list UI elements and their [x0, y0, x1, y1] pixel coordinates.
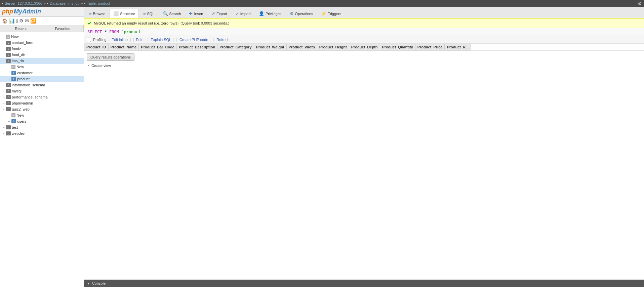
sidebar: phpMyAdmin 🏠 📊 ℹ ⚙ ✉ 🔁 Recent Favorites … [0, 7, 84, 287]
edit-link[interactable]: Edit [136, 38, 142, 42]
tree-label: contact_form [12, 41, 33, 45]
tree-label: New [11, 35, 18, 39]
db-icon: ▪ [47, 1, 48, 5]
settings-icon[interactable]: ⚙ [19, 18, 24, 24]
db-icon-test: d [6, 125, 11, 129]
tree-item-information_schema[interactable]: − d information_schema [0, 82, 84, 88]
tree-item-food_db[interactable]: − d food_db [0, 52, 84, 58]
server-link[interactable]: Server: 127.0.0.1:3366 [5, 1, 42, 5]
tree-item-foodz[interactable]: − d foodz [0, 46, 84, 52]
tab-bar: ≡ Browse ⬜ Structure ≡ SQL 🔍 Search ✚ In… [84, 7, 644, 18]
table-link[interactable]: Table: product [87, 1, 110, 5]
tree-item-new-ims[interactable]: N New [0, 64, 84, 70]
db-icon-q2w: d [6, 107, 11, 111]
refresh-icon[interactable]: 🔁 [30, 18, 36, 24]
expander: − [1, 59, 6, 63]
message-text: MySQL returned an empty result set (i.e.… [94, 21, 229, 25]
explain-sql-link[interactable]: Explain SQL [151, 38, 171, 42]
results-table-wrapper: Product_ID Product_Name Product_Bar_Code… [84, 44, 644, 280]
col-product-id: Product_ID [84, 44, 109, 50]
recent-tab[interactable]: Recent [0, 25, 42, 32]
tab-triggers[interactable]: ⚡ Triggers [317, 9, 345, 18]
tree-label: test [12, 125, 18, 129]
tree-item-webdev[interactable]: − d webdev [0, 130, 84, 136]
gear-icon[interactable]: ⚙ [638, 1, 642, 6]
results-table: Product_ID Product_Name Product_Bar_Code… [84, 44, 471, 50]
table-icon: ▪ [84, 1, 86, 5]
db-icon-is: d [6, 83, 11, 87]
tree-item-ims_db[interactable]: − d ims_db [0, 58, 84, 64]
sidebar-tree: N New − d contact_form − d foodz − d foo… [0, 32, 84, 287]
expander: + [7, 120, 11, 123]
col-product-barcode: Product_Bar_Code [139, 44, 177, 50]
db-icon2[interactable]: 📊 [9, 18, 15, 24]
browse-icon: ≡ [89, 11, 92, 16]
mail-icon[interactable]: ✉ [25, 18, 29, 24]
triggers-icon: ⚡ [321, 11, 326, 16]
query-results-operations-button[interactable]: Query results operations [87, 53, 134, 61]
tree-item-phpmyadmin[interactable]: − d phpmyadmin [0, 100, 84, 106]
tree-item-users[interactable]: + t users [0, 118, 84, 124]
info-icon[interactable]: ℹ [16, 18, 18, 24]
sidebar-tabs: Recent Favorites [0, 25, 84, 32]
edit-inline-link[interactable]: Edit inline [112, 38, 128, 42]
sql-select: SELECT [87, 30, 102, 34]
sql-table: `product` [121, 30, 143, 34]
tab-sql[interactable]: ≡ SQL [139, 9, 158, 18]
tree-label: webdev [12, 131, 25, 135]
tree-item-quiz2_web[interactable]: − d quiz2_web [0, 106, 84, 112]
tab-import[interactable]: ↙ Import [232, 9, 254, 18]
import-icon: ↙ [235, 11, 239, 16]
refresh-link[interactable]: Refresh [216, 38, 230, 42]
tab-import-label: Import [240, 12, 251, 16]
sql-star: * [105, 30, 109, 34]
db-icon-ps: d [6, 95, 11, 99]
home-icon[interactable]: 🏠 [2, 18, 8, 24]
tree-item-product[interactable]: + t product [0, 76, 84, 82]
tree-label: performance_schema [12, 95, 47, 99]
favorites-tab[interactable]: Favorites [42, 25, 84, 32]
create-php-link[interactable]: Create PHP code [179, 38, 208, 42]
table-icon-users: t [11, 119, 16, 123]
tree-item-new-top[interactable]: N New [0, 34, 84, 40]
sql-from: FROM [109, 30, 119, 34]
db-icon-webdev: d [6, 131, 11, 135]
tree-item-new-q2w[interactable]: N New [0, 112, 84, 118]
tab-operations[interactable]: ⚙ Operations [286, 9, 317, 18]
tree-label: information_schema [12, 83, 45, 87]
db-icon-mysql: d [6, 89, 11, 93]
tab-browse[interactable]: ≡ Browse [85, 9, 109, 18]
tree-label: ims_db [12, 59, 24, 63]
logo-php: php [2, 8, 13, 15]
tab-search[interactable]: 🔍 Search [159, 9, 185, 18]
create-view-link[interactable]: Create view [91, 64, 111, 68]
sidebar-header: phpMyAdmin [0, 7, 84, 17]
tab-privileges[interactable]: 👤 Privileges [255, 9, 285, 18]
tab-structure[interactable]: ⬜ Structure [110, 9, 139, 18]
console-bar[interactable]: ▼ Console [84, 280, 644, 287]
search-icon: 🔍 [163, 11, 168, 16]
sql-icon: ≡ [143, 11, 146, 16]
top-bar: ▪ Server: 127.0.0.1:3366 » ▪ Database: i… [0, 0, 644, 7]
tree-item-test[interactable]: − d test [0, 124, 84, 130]
database-link[interactable]: Database: ims_db [50, 1, 80, 5]
console-label: Console [92, 281, 106, 285]
tab-export[interactable]: ↗ Export [208, 9, 231, 18]
sql-display: SELECT * FROM `product` [84, 28, 644, 36]
expander: − [1, 132, 6, 135]
tab-export-label: Export [216, 12, 227, 16]
tree-item-customer[interactable]: + t customer [0, 70, 84, 76]
tree-item-contact_form[interactable]: − d contact_form [0, 40, 84, 46]
tab-insert[interactable]: ✚ Insert [185, 9, 207, 18]
tree-label: New [16, 65, 24, 69]
col-product-qty: Product_Quantity [380, 44, 415, 50]
expander: + [7, 71, 11, 75]
operations-icon: ⚙ [290, 11, 294, 16]
expander: − [1, 89, 6, 93]
tree-label: quiz2_web [12, 107, 30, 111]
profiling-checkbox[interactable] [87, 38, 91, 42]
tab-structure-label: Structure [120, 12, 135, 16]
tree-item-performance_schema[interactable]: − d performance_schema [0, 94, 84, 100]
tree-item-mysql[interactable]: − d mysql [0, 88, 84, 94]
create-view-icon: ▪ [88, 64, 89, 68]
